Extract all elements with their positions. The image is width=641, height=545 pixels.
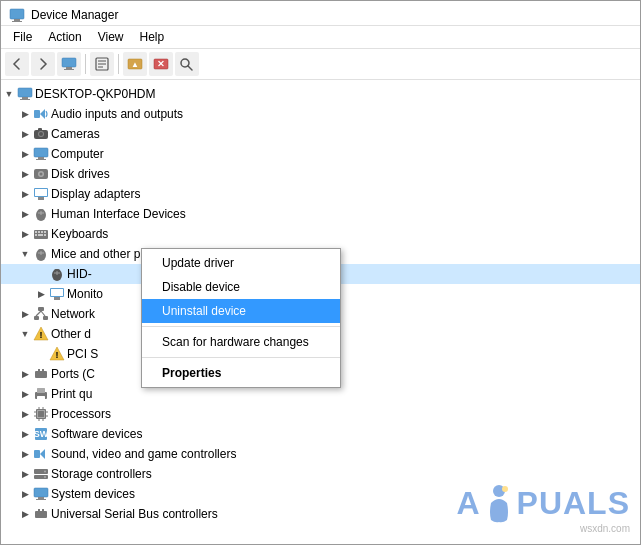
scan-button[interactable] bbox=[175, 52, 199, 76]
mice-expand-icon: ▼ bbox=[17, 246, 33, 262]
properties-button[interactable] bbox=[90, 52, 114, 76]
tree-item-usb[interactable]: ▶ Universal Serial Bus controllers bbox=[1, 504, 640, 524]
ctx-update-driver[interactable]: Update driver bbox=[142, 251, 340, 275]
svg-rect-71 bbox=[37, 396, 45, 400]
software-icon: SW bbox=[33, 426, 49, 442]
svg-rect-0 bbox=[10, 9, 24, 19]
context-menu: Update driver Disable device Uninstall d… bbox=[141, 248, 341, 388]
computer-expand-icon: ▶ bbox=[17, 146, 33, 162]
audio-icon bbox=[33, 106, 49, 122]
svg-rect-26 bbox=[38, 157, 44, 159]
tree-item-storage[interactable]: ▶ Storage controllers bbox=[1, 464, 640, 484]
app-icon bbox=[9, 7, 25, 23]
keyboards-expand-icon: ▶ bbox=[17, 226, 33, 242]
display-expand-icon: ▶ bbox=[17, 186, 33, 202]
svg-point-89 bbox=[44, 471, 46, 473]
svg-point-23 bbox=[39, 132, 43, 136]
ctx-properties[interactable]: Properties bbox=[142, 361, 340, 385]
tree-item-keyboards[interactable]: ▶ Keyboards bbox=[1, 224, 640, 244]
hid-device-icon bbox=[49, 266, 65, 282]
uninstall-button[interactable]: ✕ bbox=[149, 52, 173, 76]
tree-item-display[interactable]: ▶ Display adapters bbox=[1, 184, 640, 204]
pci-expand-icon bbox=[33, 346, 49, 362]
ports-icon bbox=[33, 366, 49, 382]
other-icon: ! bbox=[33, 326, 49, 342]
svg-rect-68 bbox=[42, 369, 44, 372]
svg-marker-86 bbox=[40, 449, 45, 459]
root-icon bbox=[17, 86, 33, 102]
svg-point-30 bbox=[40, 173, 43, 176]
svg-line-15 bbox=[188, 66, 192, 70]
ports-label: Ports (C bbox=[51, 367, 95, 381]
svg-rect-55 bbox=[51, 289, 63, 296]
tree-item-processors[interactable]: ▶ Process bbox=[1, 404, 640, 424]
svg-rect-92 bbox=[38, 497, 44, 499]
hid-icon bbox=[33, 206, 49, 222]
ctx-disable-device[interactable]: Disable device bbox=[142, 275, 340, 299]
tree-item-disk[interactable]: ▶ Disk drives bbox=[1, 164, 640, 184]
svg-rect-57 bbox=[38, 307, 44, 311]
mice-icon bbox=[33, 246, 49, 262]
tree-item-software[interactable]: ▶ SW Software devices bbox=[1, 424, 640, 444]
update-driver-button[interactable]: ▲ bbox=[123, 52, 147, 76]
svg-text:SW: SW bbox=[34, 429, 49, 439]
system-expand-icon: ▶ bbox=[17, 486, 33, 502]
svg-rect-91 bbox=[34, 488, 48, 497]
storage-expand-icon: ▶ bbox=[17, 466, 33, 482]
ctx-scan-changes[interactable]: Scan for hardware changes bbox=[142, 330, 340, 354]
software-label: Software devices bbox=[51, 427, 142, 441]
svg-rect-40 bbox=[38, 231, 40, 233]
audio-expand-icon: ▶ bbox=[17, 106, 33, 122]
pci-icon: ! bbox=[49, 346, 65, 362]
tree-item-sound[interactable]: ▶ Sound, video and game controllers bbox=[1, 444, 640, 464]
processors-label: Processors bbox=[51, 407, 111, 421]
title-bar: Device Manager bbox=[1, 1, 640, 26]
svg-rect-94 bbox=[35, 511, 47, 518]
computer-button[interactable] bbox=[57, 52, 81, 76]
svg-rect-24 bbox=[38, 128, 42, 131]
monitor-label: Monito bbox=[67, 287, 103, 301]
tree-item-audio[interactable]: ▶ Audio inputs and outputs bbox=[1, 104, 640, 124]
svg-rect-17 bbox=[22, 97, 28, 99]
window-title: Device Manager bbox=[31, 8, 118, 22]
menu-file[interactable]: File bbox=[5, 28, 40, 46]
ctx-sep-2 bbox=[142, 357, 340, 358]
svg-rect-45 bbox=[44, 234, 46, 236]
svg-rect-5 bbox=[64, 69, 74, 70]
tree-item-hid[interactable]: ▶ Human Interface Devices bbox=[1, 204, 640, 224]
svg-text:!: ! bbox=[40, 330, 43, 340]
svg-rect-39 bbox=[35, 231, 37, 233]
print-expand-icon: ▶ bbox=[17, 386, 33, 402]
menu-help[interactable]: Help bbox=[132, 28, 173, 46]
tree-item-system[interactable]: ▶ System devices bbox=[1, 484, 640, 504]
tree-item-computer[interactable]: ▶ Computer bbox=[1, 144, 640, 164]
back-button[interactable] bbox=[5, 52, 29, 76]
svg-text:▲: ▲ bbox=[131, 60, 139, 69]
system-label: System devices bbox=[51, 487, 135, 501]
svg-rect-66 bbox=[35, 371, 47, 378]
keyboards-label: Keyboards bbox=[51, 227, 108, 241]
content-area[interactable]: ▼ DESKTOP-QKP0HDM ▶ bbox=[1, 80, 640, 544]
ctx-uninstall-device[interactable]: Uninstall device bbox=[142, 299, 340, 323]
svg-rect-58 bbox=[34, 316, 39, 320]
svg-rect-2 bbox=[12, 21, 22, 22]
svg-rect-41 bbox=[41, 231, 43, 233]
forward-button[interactable] bbox=[31, 52, 55, 76]
cameras-label: Cameras bbox=[51, 127, 100, 141]
tree-item-cameras[interactable]: ▶ Cameras bbox=[1, 124, 640, 144]
usb-expand-icon: ▶ bbox=[17, 506, 33, 522]
svg-rect-18 bbox=[20, 99, 30, 100]
tree-root[interactable]: ▼ DESKTOP-QKP0HDM bbox=[1, 84, 640, 104]
disk-expand-icon: ▶ bbox=[17, 166, 33, 182]
svg-rect-70 bbox=[37, 388, 45, 393]
print-icon bbox=[33, 386, 49, 402]
processors-icon bbox=[33, 406, 49, 422]
menu-action[interactable]: Action bbox=[40, 28, 89, 46]
svg-rect-1 bbox=[14, 19, 20, 21]
menu-view[interactable]: View bbox=[90, 28, 132, 46]
svg-rect-27 bbox=[36, 159, 46, 160]
svg-rect-96 bbox=[42, 509, 44, 512]
root-label: DESKTOP-QKP0HDM bbox=[35, 87, 155, 101]
svg-rect-4 bbox=[66, 67, 72, 69]
svg-rect-25 bbox=[34, 148, 48, 157]
